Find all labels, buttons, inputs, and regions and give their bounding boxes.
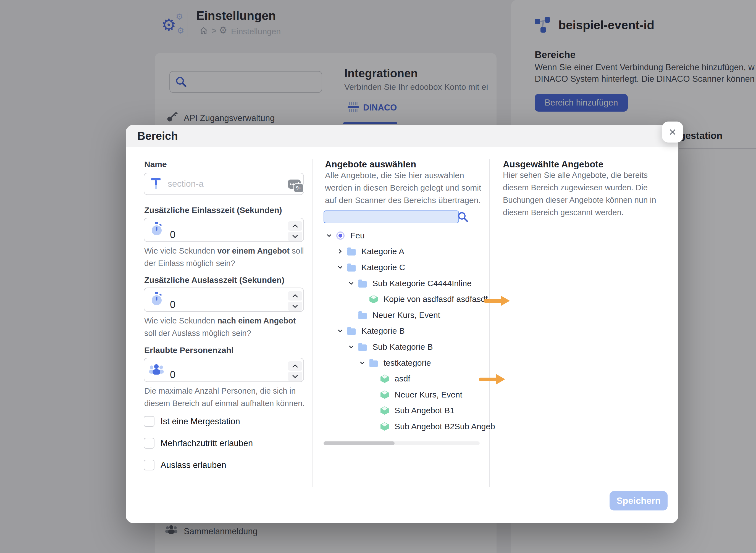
checkbox[interactable] bbox=[144, 460, 154, 470]
personenzahl-field-box bbox=[144, 358, 304, 382]
column-divider bbox=[312, 159, 312, 487]
text-icon bbox=[151, 178, 160, 190]
close-button[interactable] bbox=[662, 122, 683, 143]
tree-item[interactable]: Sub Angebot B2Sub Angeb bbox=[323, 418, 481, 434]
search-icon[interactable] bbox=[457, 211, 469, 224]
tree-item[interactable]: Kategorie C bbox=[323, 259, 481, 275]
name-label: Name bbox=[144, 160, 167, 169]
folder-icon bbox=[347, 328, 356, 335]
stopwatch-icon bbox=[150, 222, 163, 236]
checkbox-label: Mehrfachzutritt erlauben bbox=[160, 439, 253, 448]
auslasszeit-value[interactable]: 0 bbox=[170, 299, 175, 310]
einlasszeit-label: Zusätzliche Einlasszeit (Sekunden) bbox=[144, 206, 282, 215]
auslasszeit-label: Zusätzliche Auslasszeit (Sekunden) bbox=[144, 275, 284, 285]
selected-offers-title: Ausgewählte Angebote bbox=[503, 159, 603, 170]
folder-icon bbox=[347, 249, 356, 255]
einlasszeit-increment-button[interactable] bbox=[288, 221, 302, 231]
personenzahl-label: Erlaubte Personenzahl bbox=[144, 345, 233, 355]
horizontal-scrollbar[interactable] bbox=[323, 442, 480, 445]
auslasszeit-help: Wie viele Sekunden nach einem Angebot so… bbox=[144, 315, 310, 339]
annotation-arrow-icon bbox=[483, 296, 510, 306]
chevron-down-icon[interactable] bbox=[347, 279, 355, 288]
chevron-down-icon[interactable] bbox=[358, 359, 366, 367]
annotation-arrow-icon bbox=[479, 374, 505, 385]
tree-item[interactable]: Feu bbox=[323, 228, 481, 244]
cube-icon bbox=[380, 406, 389, 415]
personenzahl-help: Die maximale Anzahl Personen, die sich i… bbox=[144, 385, 310, 410]
tree-item[interactable]: Neuer Kurs, Event bbox=[323, 387, 481, 403]
checkbox[interactable] bbox=[144, 416, 154, 427]
auslasszeit-decrement-button[interactable] bbox=[288, 302, 302, 311]
modal-header: Bereich bbox=[126, 125, 678, 147]
einlasszeit-value[interactable]: 0 bbox=[170, 229, 175, 241]
stopwatch-icon bbox=[150, 292, 163, 306]
offers-title: Angebote auswählen bbox=[325, 159, 416, 170]
column-divider bbox=[489, 159, 489, 487]
chevron-down-icon[interactable] bbox=[336, 327, 344, 335]
tree-item[interactable]: Neuer Kurs, Event bbox=[323, 307, 481, 323]
cube-icon bbox=[380, 391, 389, 399]
tree-item[interactable]: Kategorie B bbox=[323, 323, 481, 339]
chevron-right-icon[interactable] bbox=[336, 247, 344, 255]
checkbox[interactable] bbox=[144, 438, 154, 449]
tree-item[interactable]: Sub Kategorie B bbox=[323, 339, 481, 355]
chevron-down-icon[interactable] bbox=[347, 343, 355, 351]
folder-icon bbox=[358, 281, 367, 288]
folder-icon bbox=[358, 313, 367, 319]
name-input[interactable] bbox=[167, 176, 268, 191]
einlasszeit-help: Wie viele Sekunden vor einem Angebot sol… bbox=[144, 245, 310, 269]
einlasszeit-field-box bbox=[144, 218, 304, 242]
tree-item[interactable]: Kategorie A bbox=[323, 244, 481, 260]
cube-icon bbox=[380, 422, 389, 430]
cube-icon bbox=[369, 295, 378, 303]
auslasszeit-increment-button[interactable] bbox=[288, 291, 302, 301]
checkbox-label: Ist eine Mergestation bbox=[160, 416, 240, 426]
close-icon bbox=[667, 127, 678, 138]
modal-title: Bereich bbox=[137, 130, 178, 142]
personenzahl-value[interactable]: 0 bbox=[170, 369, 175, 381]
tree-item[interactable]: asdf bbox=[323, 371, 481, 387]
chevron-down-icon[interactable] bbox=[336, 263, 344, 271]
bereich-modal: Bereich Name 9+ Zusätzliche Einlasszeit … bbox=[126, 125, 678, 523]
cube-icon bbox=[380, 375, 389, 383]
folder-icon bbox=[358, 344, 367, 351]
checkbox-row-mergestation[interactable]: Ist eine Mergestation bbox=[144, 416, 240, 427]
offers-search-input[interactable] bbox=[323, 211, 459, 223]
chevron-down-icon[interactable] bbox=[325, 231, 333, 240]
scrollbar-thumb[interactable] bbox=[323, 442, 395, 445]
app-root: ⚙ ⚙ ⚙ Einstellungen > ⚙ Einstellungen AP… bbox=[0, 0, 756, 553]
personenzahl-decrement-button[interactable] bbox=[288, 372, 302, 381]
personenzahl-increment-button[interactable] bbox=[288, 361, 302, 371]
checkbox-row-mehrfachzutritt[interactable]: Mehrfachzutritt erlauben bbox=[144, 438, 253, 449]
tree-item[interactable]: Sub Angebot B1 bbox=[323, 403, 481, 419]
save-button[interactable]: Speichern bbox=[610, 491, 668, 510]
checkbox-row-auslass[interactable]: Auslass erlauben bbox=[144, 460, 226, 470]
people-icon bbox=[148, 364, 165, 377]
offers-tree: Feu Kategorie A Kategorie C Sub Kategori… bbox=[323, 228, 481, 434]
tree-item[interactable]: Sub Kategorie C4444Inline bbox=[323, 275, 481, 292]
selected-offers-description: Hier sehen Sie alle Angebote, die bereit… bbox=[503, 169, 657, 219]
offers-description: Alle Angebote, die Sie hier auswählen we… bbox=[325, 169, 488, 206]
tree-item[interactable]: testkategorie bbox=[323, 355, 481, 371]
autofill-icon[interactable]: 9+ bbox=[288, 179, 302, 191]
einlasszeit-decrement-button[interactable] bbox=[288, 232, 302, 241]
target-icon bbox=[336, 231, 345, 240]
folder-icon bbox=[369, 361, 378, 367]
auslasszeit-field-box bbox=[144, 288, 304, 312]
checkbox-label: Auslass erlauben bbox=[160, 460, 226, 470]
folder-icon bbox=[347, 265, 356, 271]
tree-item[interactable]: Kopie von asdfasdf asdfasdf bbox=[323, 291, 481, 307]
